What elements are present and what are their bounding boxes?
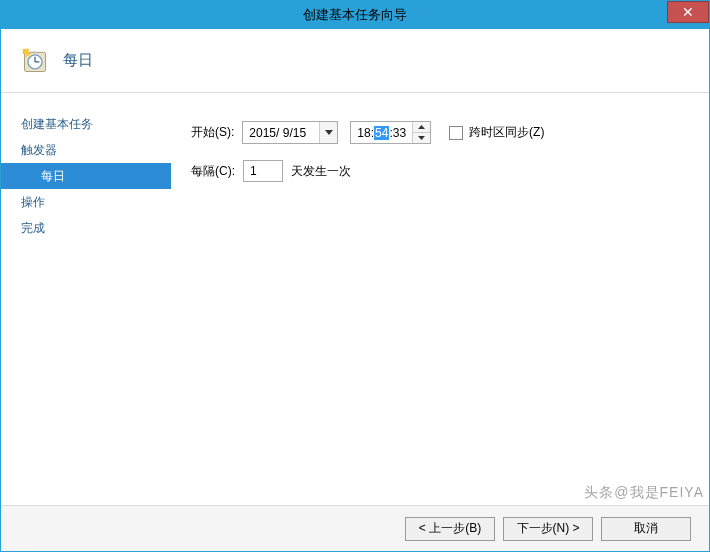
sidebar-item-trigger[interactable]: 触发器 <box>1 137 171 163</box>
wizard-sidebar: 创建基本任务 触发器 每日 操作 完成 <box>1 93 171 505</box>
clock-new-icon <box>21 47 49 75</box>
sidebar-item-finish[interactable]: 完成 <box>1 215 171 241</box>
wizard-window: 创建基本任务向导 ✕ 每日 创建基本任务 触发器 每日 操作 完成 <box>0 0 710 552</box>
next-button[interactable]: 下一步(N) > <box>503 517 593 541</box>
page-title: 每日 <box>63 51 93 70</box>
interval-label: 每隔(C): <box>191 163 235 180</box>
sidebar-item-daily[interactable]: 每日 <box>1 163 171 189</box>
svg-marker-6 <box>418 125 425 129</box>
wizard-content: 开始(S): 2015/ 9/15 18:54:33 <box>171 93 709 505</box>
interval-suffix: 天发生一次 <box>291 163 351 180</box>
sidebar-item-action[interactable]: 操作 <box>1 189 171 215</box>
chevron-down-icon <box>325 130 333 135</box>
time-picker[interactable]: 18:54:33 <box>350 121 431 144</box>
start-label: 开始(S): <box>191 124 234 141</box>
cancel-button[interactable]: 取消 <box>601 517 691 541</box>
date-value: 2015/ 9/15 <box>243 122 319 143</box>
date-picker[interactable]: 2015/ 9/15 <box>242 121 338 144</box>
chevron-up-icon <box>418 125 425 129</box>
sync-timezone-checkbox[interactable] <box>449 126 463 140</box>
spinner-down-button[interactable] <box>413 133 430 143</box>
sidebar-item-create-task[interactable]: 创建基本任务 <box>1 111 171 137</box>
chevron-down-icon <box>418 136 425 140</box>
svg-marker-7 <box>418 136 425 140</box>
window-title: 创建基本任务向导 <box>303 6 407 24</box>
close-icon: ✕ <box>682 4 694 20</box>
svg-marker-5 <box>325 130 333 135</box>
start-row: 开始(S): 2015/ 9/15 18:54:33 <box>191 121 689 144</box>
time-value: 18:54:33 <box>351 122 412 143</box>
wizard-header: 每日 <box>1 29 709 93</box>
time-minute-selected: 54 <box>374 126 389 140</box>
titlebar: 创建基本任务向导 ✕ <box>1 1 709 29</box>
spinner-up-button[interactable] <box>413 122 430 133</box>
date-dropdown-button[interactable] <box>319 122 337 143</box>
interval-input[interactable] <box>243 160 283 182</box>
back-button[interactable]: < 上一步(B) <box>405 517 495 541</box>
time-spinner <box>412 122 430 143</box>
interval-row: 每隔(C): 天发生一次 <box>191 160 689 182</box>
wizard-footer: < 上一步(B) 下一步(N) > 取消 <box>1 505 709 551</box>
close-button[interactable]: ✕ <box>667 1 709 23</box>
sync-timezone-group: 跨时区同步(Z) <box>449 124 544 141</box>
sync-timezone-label: 跨时区同步(Z) <box>469 124 544 141</box>
wizard-body: 创建基本任务 触发器 每日 操作 完成 开始(S): 2015/ 9/15 18… <box>1 93 709 505</box>
